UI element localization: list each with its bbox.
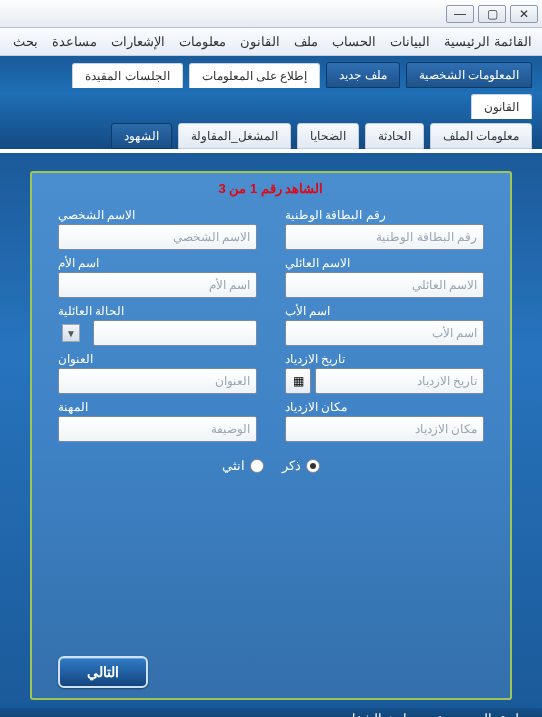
menubar: القائمة الرئيسية البيانات الحساب ملف الق…	[0, 28, 542, 56]
minimize-button[interactable]: —	[446, 5, 474, 23]
card-title: الشاهد رقم 1 من 3	[58, 181, 484, 196]
radio-female-label: انثي	[222, 458, 245, 473]
input-mother-name[interactable]	[58, 272, 257, 298]
content-area: الشاهد رقم 1 من 3 رقم البطاقة الوطنية ال…	[0, 153, 542, 708]
input-birth-place[interactable]	[285, 416, 484, 442]
menu-data[interactable]: البيانات	[390, 34, 430, 49]
menu-file[interactable]: ملف	[294, 34, 318, 49]
label-marital-status: الحالة العائلية	[58, 304, 257, 318]
label-address: العنوان	[58, 352, 257, 366]
label-family-name: الاسم العائلي	[285, 256, 484, 270]
tab-law[interactable]: القانون	[471, 94, 532, 119]
label-birth-date: تاريخ الازدياد	[285, 352, 484, 366]
label-personal-name: الاسم الشخصي	[58, 208, 257, 222]
field-national-id: رقم البطاقة الوطنية	[285, 208, 484, 250]
menu-help[interactable]: مساعدة	[52, 34, 97, 49]
tabs-strip: المعلومات الشخصية ملف جديد إطلاع على الم…	[0, 56, 542, 149]
field-family-name: الاسم العائلي	[285, 256, 484, 298]
tab-incident[interactable]: الحادثة	[365, 123, 424, 149]
input-national-id[interactable]	[285, 224, 484, 250]
radio-male[interactable]: ذكر	[282, 458, 320, 473]
menu-account[interactable]: الحساب	[332, 34, 376, 49]
maximize-button[interactable]: ▢	[478, 5, 506, 23]
input-birth-date[interactable]	[315, 368, 484, 394]
chevron-down-icon[interactable]: ▼	[62, 324, 80, 342]
calendar-icon[interactable]: ▦	[285, 368, 311, 394]
radio-male-label: ذكر	[282, 458, 301, 473]
window-titlebar: — ▢ ✕	[0, 0, 542, 28]
input-personal-name[interactable]	[58, 224, 257, 250]
close-button[interactable]: ✕	[510, 5, 538, 23]
tab-new-file[interactable]: ملف جديد	[326, 62, 399, 88]
input-family-name[interactable]	[285, 272, 484, 298]
label-national-id: رقم البطاقة الوطنية	[285, 208, 484, 222]
menu-search[interactable]: بحث	[13, 34, 38, 49]
field-birth-place: مكان الازدياد	[285, 400, 484, 442]
input-profession[interactable]	[58, 416, 257, 442]
tabs-sub-row: معلومات الملف الحادثة الضحايا المشغل_الم…	[10, 123, 532, 149]
field-father-name: اسم الأب	[285, 304, 484, 346]
tab-view-info[interactable]: إطلاع على المعلومات	[189, 63, 321, 88]
tab-file-info[interactable]: معلومات الملف	[430, 123, 532, 149]
radio-female[interactable]: انثي	[222, 458, 264, 473]
tab-victims[interactable]: الضحايا	[297, 123, 359, 149]
label-father-name: اسم الأب	[285, 304, 484, 318]
menu-law[interactable]: القانون	[240, 34, 280, 49]
field-personal-name: الاسم الشخصي	[58, 208, 257, 250]
tab-sessions[interactable]: الجلسات المقيدة	[72, 63, 182, 88]
form-grid: رقم البطاقة الوطنية الاسم الشخصي الاسم ا…	[58, 208, 484, 442]
label-mother-name: اسم الأم	[58, 256, 257, 270]
field-mother-name: اسم الأم	[58, 256, 257, 298]
input-address[interactable]	[58, 368, 257, 394]
footer-bar: تطبيق التعويض عن حوادث الشغل	[0, 708, 542, 717]
next-button[interactable]: التالي	[58, 656, 148, 688]
menu-home[interactable]: القائمة الرئيسية	[444, 34, 532, 49]
tab-employer[interactable]: المشغل_المقاولة	[178, 123, 291, 149]
select-marital-status[interactable]	[93, 320, 257, 346]
menu-notifications[interactable]: الإشعارات	[111, 34, 165, 49]
field-profession: المهنة	[58, 400, 257, 442]
menu-info[interactable]: معلومات	[179, 34, 226, 49]
label-birth-place: مكان الازدياد	[285, 400, 484, 414]
tabs-main-row: المعلومات الشخصية ملف جديد إطلاع على الم…	[10, 62, 532, 119]
label-profession: المهنة	[58, 400, 257, 414]
witness-form-card: الشاهد رقم 1 من 3 رقم البطاقة الوطنية ال…	[30, 171, 512, 700]
input-father-name[interactable]	[285, 320, 484, 346]
radio-dot-icon	[250, 459, 264, 473]
tab-witnesses[interactable]: الشهود	[111, 123, 172, 149]
field-marital-status: الحالة العائلية ▼	[58, 304, 257, 346]
field-address: العنوان	[58, 352, 257, 394]
field-birth-date: تاريخ الازدياد ▦	[285, 352, 484, 394]
radio-dot-icon	[306, 459, 320, 473]
gender-radio-group: ذكر انثي	[58, 458, 484, 473]
tab-personal-info[interactable]: المعلومات الشخصية	[406, 62, 532, 88]
